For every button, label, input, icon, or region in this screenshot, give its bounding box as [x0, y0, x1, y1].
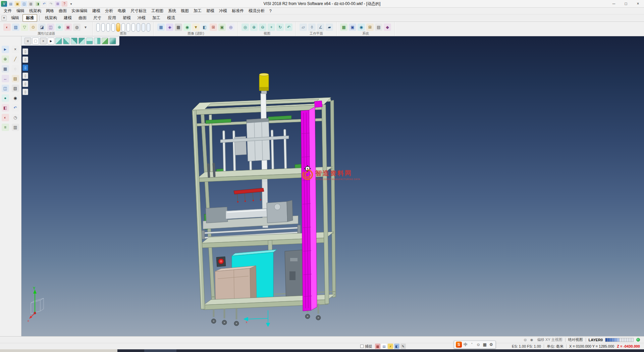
tab-application[interactable]: 应用: [105, 14, 119, 22]
workplane-align-icon[interactable]: ∠: [317, 24, 324, 31]
menu-item[interactable]: 曲面: [56, 8, 69, 14]
viewbar-list-icon[interactable]: ≡: [24, 38, 31, 44]
layer-label[interactable]: LAYER0: [589, 338, 603, 342]
save-icon[interactable]: ◫: [21, 1, 27, 7]
redo-icon[interactable]: ↷: [48, 1, 54, 7]
tab-progress[interactable]: 冲模: [134, 14, 149, 22]
attr-brush-icon[interactable]: ◐: [3, 24, 11, 31]
maximize-button[interactable]: □: [620, 0, 632, 7]
section-view-icon[interactable]: [126, 23, 130, 32]
viewbar-close-icon[interactable]: ×: [40, 38, 47, 44]
cad-model[interactable]: x: [184, 70, 338, 332]
undo-history-icon[interactable]: ↶: [12, 104, 19, 112]
menu-item[interactable]: 文件: [1, 8, 14, 14]
menu-item[interactable]: 编辑: [14, 8, 27, 14]
help-icon[interactable]: ?: [61, 1, 67, 7]
undo-icon[interactable]: ↶: [41, 1, 47, 7]
light-view-icon[interactable]: [137, 23, 140, 32]
filter-point-icon[interactable]: ⊙: [30, 24, 37, 31]
ghost-view-icon[interactable]: [121, 23, 125, 32]
select-arrow-icon[interactable]: ►: [2, 46, 9, 53]
palette-icon[interactable]: ◐: [2, 114, 9, 121]
sys-monitor-icon[interactable]: ▣: [349, 24, 356, 31]
menu-item[interactable]: 系统: [166, 8, 178, 14]
point-icon[interactable]: ◉: [12, 94, 19, 102]
zoom-in-icon[interactable]: ⊕: [250, 24, 258, 31]
texture-icon[interactable]: ◈: [166, 24, 173, 31]
shadow-icon[interactable]: ▩: [175, 24, 182, 31]
rotate-view-icon[interactable]: ↻: [276, 24, 284, 31]
active-style-icon[interactable]: [116, 23, 120, 32]
light-icon[interactable]: ▼: [192, 24, 200, 31]
reflection-icon[interactable]: ◉: [183, 24, 191, 31]
tab-machining[interactable]: 加工: [149, 14, 164, 22]
tab-dimension[interactable]: 尺寸: [90, 14, 105, 22]
menu-item[interactable]: 冲模: [217, 8, 229, 14]
ime-toolbar[interactable]: S 中'☺▦⚙: [454, 341, 496, 349]
ime-punct-icon[interactable]: ': [469, 342, 475, 348]
cylinder-icon[interactable]: ◫: [2, 85, 9, 92]
shaded-view-icon[interactable]: [106, 23, 110, 32]
menu-item[interactable]: 电极: [115, 8, 128, 14]
box-icon[interactable]: ◧: [2, 104, 9, 112]
print-icon[interactable]: ▥: [28, 1, 34, 7]
menu-item[interactable]: ?: [267, 8, 274, 14]
notebook-icon[interactable]: ▤: [12, 75, 19, 82]
render-mode-icon[interactable]: ▦: [157, 24, 165, 31]
filter-solid-icon[interactable]: ⊕: [56, 24, 63, 31]
viewbar-cursor-icon[interactable]: ►: [48, 38, 54, 44]
sphere-icon[interactable]: ●: [2, 94, 9, 102]
trim-icon[interactable]: ×: [12, 46, 19, 53]
status-pen-icon[interactable]: ✎: [400, 344, 406, 349]
printer-icon[interactable]: ▥: [12, 124, 19, 131]
pan-view-icon[interactable]: +: [268, 24, 275, 31]
attr-filter-icon[interactable]: ▽: [21, 24, 28, 31]
iso-view-icon-6[interactable]: [94, 38, 101, 44]
close-button[interactable]: ×: [632, 0, 644, 7]
menu-item[interactable]: 工程图: [149, 8, 166, 14]
new-file-icon[interactable]: ▤: [8, 1, 14, 7]
tab-dropdown-icon[interactable]: ▼: [1, 15, 7, 21]
iso-view-icon-7[interactable]: [102, 38, 108, 44]
panel-toggle-icon-1[interactable]: ▯: [22, 48, 28, 55]
tab-standard[interactable]: 标准: [22, 14, 37, 22]
sys-globe-icon[interactable]: ◉: [358, 24, 365, 31]
zoom-out-icon[interactable]: ⊖: [259, 24, 266, 31]
tab-wireframe[interactable]: 线架构: [42, 14, 60, 22]
attr-copy-icon[interactable]: ▨: [12, 24, 19, 31]
animate-icon[interactable]: ▣: [218, 24, 226, 31]
units-label[interactable]: 单位: 毫米: [547, 344, 564, 349]
sys-matrix-icon[interactable]: ▤: [375, 24, 382, 31]
filter-group-icon[interactable]: ▣: [64, 24, 72, 31]
status-dot-icon[interactable]: ◉: [529, 337, 534, 343]
panel-toggle-icon-3[interactable]: ▯: [22, 64, 28, 71]
sys-grid-icon[interactable]: ▦: [340, 24, 347, 31]
menu-item[interactable]: 模流分析: [246, 8, 267, 14]
menu-item[interactable]: 建模: [90, 8, 103, 14]
panel-toggle-icon-2[interactable]: ▯: [22, 56, 28, 63]
viewport-3d[interactable]: ≡▢×► ▯▯▯▯▯▯: [21, 36, 644, 336]
layer-color-segment[interactable]: [631, 338, 634, 342]
mesh-icon[interactable]: ▧: [12, 85, 19, 92]
workplane-set-icon[interactable]: ◊: [308, 24, 316, 31]
status-target-icon[interactable]: ◎: [523, 337, 528, 343]
filter-line-icon[interactable]: ◪: [38, 24, 46, 31]
menu-item[interactable]: 线架构: [27, 8, 44, 14]
wire-view-icon[interactable]: [96, 23, 100, 32]
menu-item[interactable]: 尺寸标注: [128, 8, 149, 14]
menu-item[interactable]: 标准件: [229, 8, 246, 14]
sys-table-icon[interactable]: ⊞: [366, 24, 374, 31]
tab-surface[interactable]: 曲面: [75, 14, 90, 22]
status-doc-icon[interactable]: ▤: [381, 344, 387, 349]
view-mode-label[interactable]: 绝对视图: [568, 337, 583, 342]
menu-item[interactable]: 实体编辑: [69, 8, 90, 14]
status-cube-icon[interactable]: ◧: [394, 344, 399, 349]
iso-view-icon-4[interactable]: [78, 38, 85, 44]
tab-modeling[interactable]: 建模: [60, 14, 75, 22]
ime-lang-icon[interactable]: 中: [463, 342, 468, 348]
material-view-icon[interactable]: [142, 23, 145, 32]
ime-emoji-icon[interactable]: ☺: [476, 342, 481, 348]
calc-icon[interactable]: ⊞: [55, 1, 61, 7]
erase-icon[interactable]: ◌: [12, 65, 19, 73]
menu-item[interactable]: 塑模: [204, 8, 217, 14]
